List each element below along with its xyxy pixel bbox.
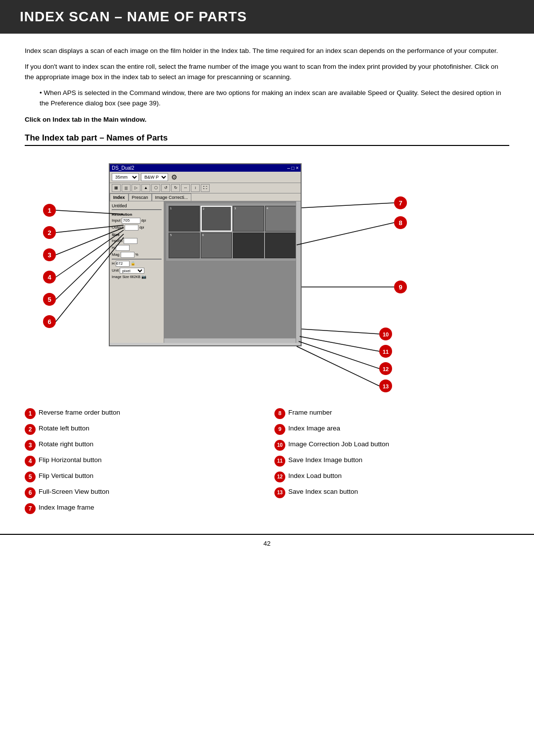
svg-text:1: 1 <box>47 207 51 214</box>
index-cell-6[interactable]: 6 <box>201 233 232 258</box>
mag-input[interactable] <box>121 252 134 258</box>
legend-circle-6: 6 <box>25 487 36 498</box>
toolbar-btn-6[interactable]: ↺ <box>161 184 170 192</box>
size-input[interactable] <box>124 238 137 244</box>
svg-line-38 <box>297 346 379 386</box>
legend-circle-3: 3 <box>25 440 36 451</box>
toolbar-btn-8[interactable]: ↔ <box>181 184 190 192</box>
h2-input[interactable] <box>116 261 130 267</box>
svg-point-30 <box>379 345 392 358</box>
index-cell-4[interactable]: 4 <box>265 206 296 232</box>
index-cell-2[interactable]: 2 <box>201 206 232 232</box>
legend-section: 1 Reverse frame order button 2 Rotate le… <box>25 408 509 519</box>
svg-point-3 <box>43 226 56 239</box>
svg-point-18 <box>394 196 407 209</box>
svg-line-32 <box>300 336 379 351</box>
index-cell-8[interactable] <box>265 233 296 258</box>
svg-point-36 <box>379 379 392 392</box>
svg-point-27 <box>379 328 392 340</box>
svg-text:11: 11 <box>383 349 389 355</box>
index-cell-5[interactable]: 5 <box>169 233 200 258</box>
svg-line-20 <box>302 203 394 208</box>
legend-circle-4: 4 <box>25 456 36 467</box>
legend-label-12: Index Load button <box>288 472 342 481</box>
svg-text:2: 2 <box>47 229 51 236</box>
intro-paragraph1: Index scan displays a scan of each image… <box>25 46 509 56</box>
legend-item-5: 5 Flip Vertical button <box>25 472 260 482</box>
page-footer: 42 <box>0 534 534 552</box>
unit-select[interactable]: pixel <box>120 268 144 274</box>
svg-point-21 <box>394 216 407 229</box>
tab-image-correction[interactable]: Image Correcti... <box>152 193 192 201</box>
scanner-tabs: Index Prescan Image Correcti... <box>110 193 301 201</box>
legend-label-8: Frame number <box>288 408 332 418</box>
toolbar-btn-7[interactable]: ↻ <box>171 184 180 192</box>
legend-left: 1 Reverse frame order button 2 Rotate le… <box>25 408 260 519</box>
svg-text:8: 8 <box>399 219 402 227</box>
toolbar-btn-2[interactable]: ||| <box>122 184 131 192</box>
toolbar-btn-4[interactable]: ▲ <box>141 184 150 192</box>
svg-line-35 <box>299 341 379 369</box>
legend-label-7: Index Image frame <box>39 503 94 513</box>
mode-dropdown[interactable]: B&W Positive <box>141 173 168 181</box>
h-input[interactable] <box>116 245 130 251</box>
scanner-controls: 35mm B&W Positive ⚙ <box>110 172 301 183</box>
tab-prescan[interactable]: Prescan <box>129 193 152 201</box>
toolbar-btn-5[interactable]: ⬡ <box>151 184 160 192</box>
svg-text:3: 3 <box>47 251 51 259</box>
scanner-window: DS_Dual2 – □ × 35mm B&W Positive ⚙ ▦ |||… <box>109 163 302 346</box>
legend-circle-2: 2 <box>25 424 36 435</box>
svg-point-24 <box>394 281 407 293</box>
toolbar-btn-3[interactable]: ▷ <box>132 184 140 192</box>
svg-point-6 <box>43 248 56 261</box>
diagram-container: DS_Dual2 – □ × 35mm B&W Positive ⚙ ▦ |||… <box>25 156 509 393</box>
intro-bullet: • When APS is selected in the Command wi… <box>40 88 509 109</box>
legend-circle-1: 1 <box>25 408 36 419</box>
toolbar-btn-10[interactable]: ⛶ <box>201 184 210 192</box>
svg-text:7: 7 <box>399 199 402 207</box>
legend-item-9: 9 Index Image area <box>274 424 509 435</box>
svg-point-15 <box>43 315 56 328</box>
legend-item-7: 7 Index Image frame <box>25 503 260 514</box>
section-title: The Index tab part – Names of Parts <box>25 133 509 146</box>
svg-text:12: 12 <box>383 366 389 372</box>
resolution-input[interactable] <box>122 218 140 224</box>
tab-index[interactable]: Index <box>110 193 129 201</box>
legend-label-13: Save Index scan button <box>288 487 358 497</box>
scrollbar[interactable] <box>296 201 301 343</box>
h-scrollbar[interactable] <box>164 338 296 343</box>
legend-circle-11: 11 <box>274 456 285 467</box>
legend-circle-7: 7 <box>25 503 36 514</box>
toolbar-btn-9[interactable]: ↕ <box>191 184 200 192</box>
svg-text:10: 10 <box>383 331 389 337</box>
svg-point-0 <box>43 204 56 217</box>
svg-point-9 <box>43 271 56 284</box>
legend-label-5: Flip Vertical button <box>39 472 93 481</box>
legend-label-10: Image Correction Job Load button <box>288 440 389 449</box>
legend-item-1: 1 Reverse frame order button <box>25 408 260 419</box>
scanner-left-panel: Untitled Resolution Input dpi Output dpi… <box>110 201 164 343</box>
scanner-titlebar: DS_Dual2 – □ × <box>110 164 301 172</box>
page-header: INDEX SCAN – NAME OF PARTS <box>0 0 534 34</box>
svg-text:6: 6 <box>47 318 51 326</box>
legend-label-3: Rotate right button <box>39 440 93 449</box>
film-type-dropdown[interactable]: 35mm <box>112 173 139 181</box>
legend-item-12: 12 Index Load button <box>274 472 509 482</box>
output-input[interactable] <box>125 225 138 231</box>
svg-text:5: 5 <box>47 296 51 303</box>
settings-icon: ⚙ <box>171 173 178 181</box>
legend-circle-5: 5 <box>25 472 36 482</box>
index-cell-3[interactable]: 3 <box>233 206 264 232</box>
toolbar-btn-1[interactable]: ▦ <box>112 184 121 192</box>
legend-item-13: 13 Save Index scan button <box>274 487 509 498</box>
index-cell-7[interactable] <box>233 233 264 258</box>
svg-line-23 <box>297 223 394 245</box>
scanner-right-panel: 1 2 3 4 <box>164 201 301 343</box>
svg-text:13: 13 <box>383 383 389 389</box>
scanner-body: Untitled Resolution Input dpi Output dpi… <box>110 201 301 343</box>
legend-item-10: 10 Image Correction Job Load button <box>274 440 509 451</box>
legend-circle-8: 8 <box>274 408 285 419</box>
legend-item-4: 4 Flip Horizontal button <box>25 456 260 467</box>
index-cell-1[interactable]: 1 <box>169 206 200 232</box>
intro-paragraph2: If you don't want to index scan the enti… <box>25 61 509 83</box>
